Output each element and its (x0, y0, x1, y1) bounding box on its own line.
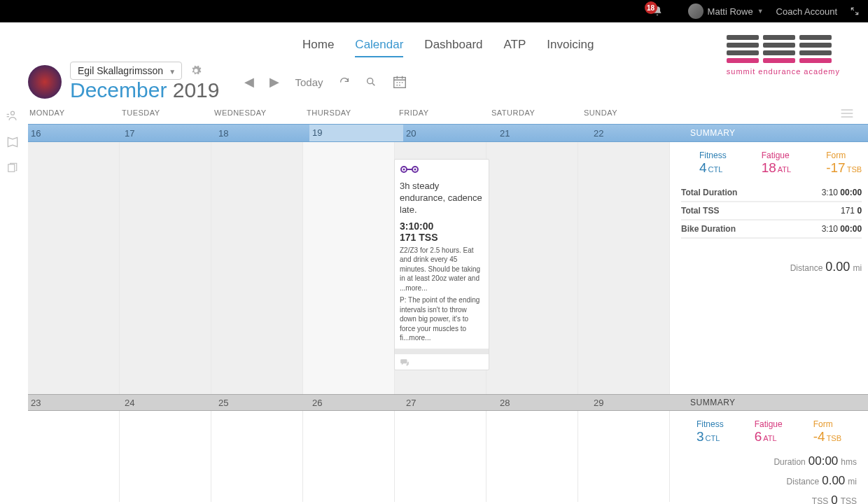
week-row-2-header: 23 24 25 26 27 28 29 SUMMARY (28, 394, 868, 411)
month-title: December 2019 (70, 78, 219, 102)
tab-dashboard[interactable]: Dashboard (424, 38, 482, 57)
workout-tss: 171 TSS (400, 232, 484, 243)
copy-icon[interactable] (6, 162, 20, 176)
gear-icon[interactable] (189, 64, 203, 78)
menu-icon[interactable] (840, 108, 854, 118)
week-summary-panel: Fitness 4CTL Fatigue 18ATL Form -17TSB T… (670, 142, 868, 394)
tab-home[interactable]: Home (302, 38, 334, 57)
form-metric: Form -17TSB (826, 150, 862, 176)
day-num[interactable]: 27 (403, 398, 497, 408)
distance-line: Distance0.00mi (681, 471, 857, 491)
week-summary-panel: Fitness 3CTL Fatigue 6ATL Form -4TSB Dur… (670, 411, 868, 502)
day-num[interactable]: 21 (497, 128, 591, 139)
athlete-name: Egil Skallagrimsson (78, 65, 163, 76)
athlete-avatar[interactable] (28, 65, 62, 99)
week-summary-label: SUMMARY (685, 398, 868, 407)
svg-point-7 (414, 169, 416, 171)
workout-title: 3h steady endurance, cadence late. (400, 181, 484, 216)
distance-line: Distance0.00mi (681, 260, 862, 274)
day-cell[interactable] (486, 142, 578, 394)
workout-time: 3:10:00 (400, 220, 484, 232)
svg-point-2 (11, 111, 15, 115)
day-num[interactable]: 26 (309, 398, 403, 408)
day-num[interactable]: 17 (122, 128, 216, 139)
day-num[interactable]: 18 (216, 128, 309, 139)
duration-line: Duration00:00hms (681, 451, 857, 471)
notification-bell[interactable]: 18 (652, 6, 663, 17)
bike-icon (400, 165, 419, 174)
day-cell[interactable] (486, 411, 578, 502)
user-menu[interactable]: Matti Rowe ▼ (688, 4, 764, 19)
day-cell[interactable] (120, 411, 211, 502)
total-duration-line: Total Duration3:10 00:00 (681, 184, 862, 202)
svg-point-0 (367, 78, 372, 84)
day-cell[interactable] (120, 142, 211, 394)
avatar (688, 4, 704, 19)
day-header: TUESDAY (120, 108, 213, 124)
day-num[interactable]: 23 (28, 398, 122, 408)
calendar-grid: MONDAY TUESDAY WEDNESDAY THURSDAY FRIDAY… (28, 108, 868, 502)
tss-line: TSS0TSS (681, 491, 857, 504)
workout-progress-bar (395, 349, 489, 354)
day-cell[interactable] (211, 142, 303, 394)
workout-card[interactable]: 3h steady endurance, cadence late. 3:10:… (394, 159, 489, 370)
tab-calendar[interactable]: Calendar (355, 38, 403, 57)
day-header: FRIDAY (398, 108, 490, 124)
fitness-metric: Fitness 4CTL (699, 150, 727, 176)
svg-rect-3 (8, 164, 15, 172)
workout-desc-2: P: The point of the ending intervals isn… (400, 295, 484, 343)
fatigue-metric: Fatigue 6ATL (755, 419, 783, 444)
tab-atp[interactable]: ATP (504, 38, 526, 57)
week-row-1-header: 16 17 18 19 20 21 22 SUMMARY (28, 124, 868, 142)
workout-desc-1: Z2/Z3 for 2.5 hours. Eat and drink every… (400, 246, 484, 293)
day-num[interactable]: 25 (216, 398, 309, 408)
day-cell[interactable] (303, 411, 395, 502)
today-button[interactable]: Today (295, 76, 323, 88)
day-num[interactable]: 22 (591, 128, 685, 139)
fitness-metric: Fitness 3CTL (696, 419, 724, 444)
bike-duration-line: Bike Duration3:10 00:00 (681, 220, 862, 239)
athlete-select[interactable]: Egil Skallagrimsson ▼ (70, 62, 182, 80)
notification-badge: 18 (645, 1, 657, 14)
day-cell[interactable] (395, 411, 486, 502)
refresh-icon[interactable] (339, 76, 350, 88)
next-icon[interactable]: ▶ (270, 74, 279, 90)
expand-icon[interactable] (850, 6, 860, 16)
week-1-body: Fitness 4CTL Fatigue 18ATL Form -17TSB T… (28, 142, 868, 394)
day-cell-today[interactable] (303, 142, 395, 394)
day-num[interactable]: 28 (497, 398, 591, 408)
library-icon[interactable] (6, 135, 20, 149)
account-type[interactable]: Coach Account (776, 6, 837, 17)
user-name: Matti Rowe (708, 6, 753, 17)
comment-icon[interactable] (400, 354, 484, 367)
prev-icon[interactable]: ◀ (244, 74, 254, 90)
week-2-body: Fitness 3CTL Fatigue 6ATL Form -4TSB Dur… (28, 411, 868, 502)
day-num-today[interactable]: 19 (309, 125, 403, 141)
day-header: WEDNESDAY (213, 108, 305, 124)
day-cell[interactable] (28, 142, 120, 394)
day-num[interactable]: 29 (591, 398, 685, 408)
day-header: THURSDAY (305, 108, 398, 124)
day-num[interactable]: 16 (28, 128, 122, 139)
day-header: MONDAY (28, 108, 120, 124)
tab-invoicing[interactable]: Invoicing (547, 38, 594, 57)
day-cell[interactable] (211, 411, 303, 502)
day-num[interactable]: 20 (403, 128, 497, 139)
athletes-icon[interactable] (6, 108, 20, 122)
day-header: SUNDAY (582, 108, 675, 124)
svg-point-5 (403, 169, 405, 171)
day-header: SATURDAY (490, 108, 582, 124)
top-bar: 18 Matti Rowe ▼ Coach Account (0, 0, 868, 22)
calendar-header: Egil Skallagrimsson ▼ December 2019 ◀ ▶ … (0, 62, 868, 102)
calendar-icon[interactable] (392, 74, 407, 90)
fatigue-metric: Fatigue 18ATL (762, 150, 792, 176)
total-tss-line: Total TSS171 0 (681, 202, 862, 220)
day-num[interactable]: 24 (122, 398, 216, 408)
day-cell[interactable] (578, 411, 670, 502)
day-header-row: MONDAY TUESDAY WEDNESDAY THURSDAY FRIDAY… (28, 108, 868, 124)
search-icon[interactable] (365, 76, 377, 88)
left-sidebar (0, 108, 25, 176)
day-cell[interactable] (578, 142, 670, 394)
form-metric: Form -4TSB (813, 419, 841, 444)
day-cell[interactable] (28, 411, 120, 502)
